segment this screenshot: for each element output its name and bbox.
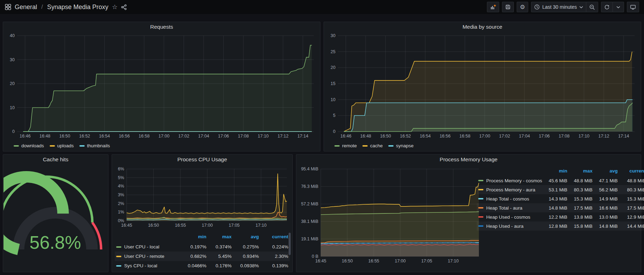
svg-text:17:00: 17:00 [158, 134, 169, 139]
panel-title-cache-hits[interactable]: Cache hits [3, 155, 108, 164]
time-range-picker[interactable]: Last 30 minutes [531, 2, 586, 12]
requests-chart[interactable]: 16:4616:4816:5016:5216:5416:5616:5817:00… [6, 31, 317, 141]
stat-avg: 0.275% [233, 242, 260, 252]
legend-label: remote [342, 143, 357, 148]
time-controls: Last 30 minutes [531, 2, 598, 12]
panel-title-requests[interactable]: Requests [3, 22, 320, 31]
svg-text:16:58: 16:58 [139, 134, 149, 139]
breadcrumb: General / Synapse Media Proxy ☆ [5, 3, 127, 11]
toolbar: ⚙ Last 30 minutes [487, 2, 639, 12]
gauge-value: 56.8% [29, 232, 81, 253]
legend-item-downloads[interactable]: downloads [14, 143, 44, 148]
series-color-swatch [79, 145, 85, 147]
legend-item-synapse[interactable]: synapse [388, 143, 413, 148]
series-color-swatch [388, 145, 394, 147]
series-label-Process Memory - aura[interactable]: Process Memory - aura [477, 185, 544, 194]
svg-text:3%: 3% [118, 192, 124, 197]
legend-table-corner [477, 167, 544, 176]
svg-text:16:46: 16:46 [340, 134, 351, 139]
media-by-source-chart[interactable]: 16:4616:4816:5016:5216:5416:5616:5817:00… [327, 31, 638, 141]
cpu-legend-table: minmaxavgcurrentUser CPU - local0.197%0.… [115, 233, 290, 270]
refresh-icon [604, 4, 610, 10]
clock-icon [534, 4, 540, 10]
stat-current: 48.8 MiB [619, 176, 644, 185]
panel-title-cpu[interactable]: Process CPU Usage [112, 155, 292, 164]
navbar: General / Synapse Media Proxy ☆ [0, 0, 644, 14]
legend-label: uploads [57, 143, 74, 148]
legend-item-remote[interactable]: remote [334, 143, 357, 148]
dashboard-settings-button[interactable]: ⚙ [517, 2, 528, 12]
chevron-down-icon [616, 6, 620, 8]
add-panel-icon [490, 4, 496, 10]
series-color-swatch [50, 145, 55, 147]
svg-text:17:05: 17:05 [229, 223, 240, 228]
stat-min: 0.682% [183, 252, 208, 261]
stat-max: 15.8 MiB [569, 221, 594, 231]
series-label-Heap Used - cosmos[interactable]: Heap Used - cosmos [477, 212, 544, 221]
svg-text:16:50: 16:50 [59, 134, 70, 139]
breadcrumb-section[interactable]: General [15, 3, 37, 11]
chevron-down-icon [579, 6, 583, 8]
stat-min: 0.0466% [183, 261, 208, 270]
legend-item-thumbnails[interactable]: thumbnails [79, 143, 110, 148]
svg-text:17:00: 17:00 [202, 223, 213, 228]
legend-table-header-max[interactable]: max [208, 233, 233, 241]
panel-title-media[interactable]: Media by source [324, 22, 641, 31]
legend-table-corner [115, 233, 183, 242]
series-label-User CPU - remote[interactable]: User CPU - remote [115, 252, 183, 261]
add-panel-button[interactable] [487, 2, 499, 12]
page-title[interactable]: Synapse Media Proxy [47, 3, 108, 11]
svg-text:17:00: 17:00 [395, 259, 405, 263]
stat-avg: 0.934% [233, 252, 260, 261]
stat-avg: 14.8 MiB [594, 221, 619, 231]
svg-text:17:00: 17:00 [479, 134, 490, 139]
stat-min: 45.6 MiB [544, 176, 569, 185]
panel-title-memory[interactable]: Process Memory Usage [296, 155, 641, 164]
stat-avg: 14.9 MiB [594, 194, 619, 203]
refresh-interval-button[interactable] [613, 2, 624, 12]
cycle-view-button[interactable] [627, 2, 639, 12]
stat-current: 15.3 MiB [619, 194, 644, 203]
refresh-button[interactable] [601, 2, 613, 12]
legend-table-header-current[interactable]: current [619, 167, 644, 175]
stat-min: 14.3 MiB [544, 194, 569, 203]
memory-chart[interactable]: 16:4516:5016:5517:0017:0517:100 B19.1 Mi… [299, 164, 481, 266]
series-color-swatch [334, 145, 340, 147]
star-icon[interactable]: ☆ [112, 4, 118, 10]
zoom-out-button[interactable] [586, 2, 598, 12]
series-label-Heap Total - aura[interactable]: Heap Total - aura [477, 203, 544, 212]
legend-table-header-avg[interactable]: avg [594, 167, 619, 175]
media-legend: remotecachesynapse [327, 142, 638, 148]
legend-table-header-max[interactable]: max [569, 167, 594, 175]
legend-table-header-min[interactable]: min [183, 233, 208, 241]
series-name: Heap Total - aura [486, 205, 522, 211]
gear-icon: ⚙ [520, 4, 525, 10]
svg-text:17:02: 17:02 [178, 134, 189, 139]
series-label-User CPU - local[interactable]: User CPU - local [115, 242, 183, 252]
series-label-Sys CPU - local[interactable]: Sys CPU - local [115, 261, 183, 270]
stat-max: 0.176% [208, 261, 233, 270]
series-label-Process Memory - cosmos[interactable]: Process Memory - cosmos [477, 176, 544, 185]
svg-text:16:54: 16:54 [99, 134, 110, 139]
legend-table-header-current[interactable]: current [260, 233, 290, 241]
legend-scrollbar[interactable] [289, 233, 291, 255]
svg-text:6%: 6% [118, 167, 124, 171]
legend-table-header-min[interactable]: min [544, 167, 569, 175]
svg-text:16:45: 16:45 [121, 223, 132, 228]
cpu-chart[interactable]: 16:4516:5016:5517:0017:0517:100%1%2%3%4%… [115, 164, 290, 230]
apps-grid-icon[interactable] [5, 4, 11, 10]
svg-text:16:54: 16:54 [420, 134, 431, 139]
stat-max: 15.3 MiB [569, 194, 594, 203]
breadcrumb-separator: / [41, 3, 43, 10]
legend-item-uploads[interactable]: uploads [50, 143, 74, 148]
memory-legend-table: minmaxavgcurrentProcess Memory - cosmos4… [477, 167, 636, 231]
stat-current: 17.5 MiB [619, 203, 644, 212]
legend-item-cache[interactable]: cache [362, 143, 383, 148]
save-dashboard-button[interactable] [502, 2, 514, 12]
share-icon[interactable] [121, 4, 127, 10]
series-color-swatch [14, 145, 19, 147]
stat-avg: 13.0 MiB [594, 212, 619, 221]
series-label-Heap Total - cosmos[interactable]: Heap Total - cosmos [477, 194, 544, 203]
legend-table-header-avg[interactable]: avg [233, 233, 260, 241]
series-label-Heap Used - aura[interactable]: Heap Used - aura [477, 221, 544, 231]
